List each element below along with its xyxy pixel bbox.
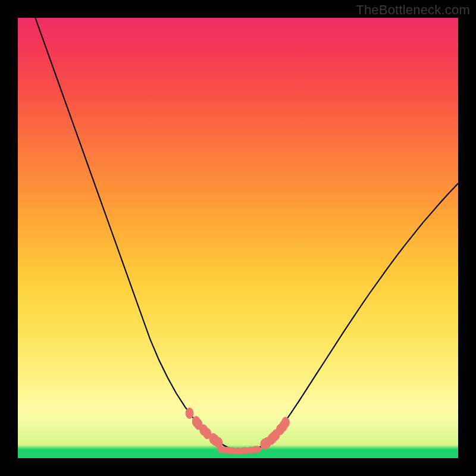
chart-frame: TheBottleneck.com xyxy=(0,0,476,476)
bottleneck-curve xyxy=(18,18,458,450)
watermark-text: TheBottleneck.com xyxy=(356,2,470,18)
markers-bottom-flat xyxy=(218,446,261,455)
data-marker xyxy=(252,446,261,453)
plot-area xyxy=(18,18,458,458)
chart-svg xyxy=(18,18,458,458)
data-marker xyxy=(281,417,289,428)
markers-left-cluster xyxy=(186,408,223,449)
markers-right-cluster xyxy=(261,417,290,449)
data-marker xyxy=(186,408,193,419)
